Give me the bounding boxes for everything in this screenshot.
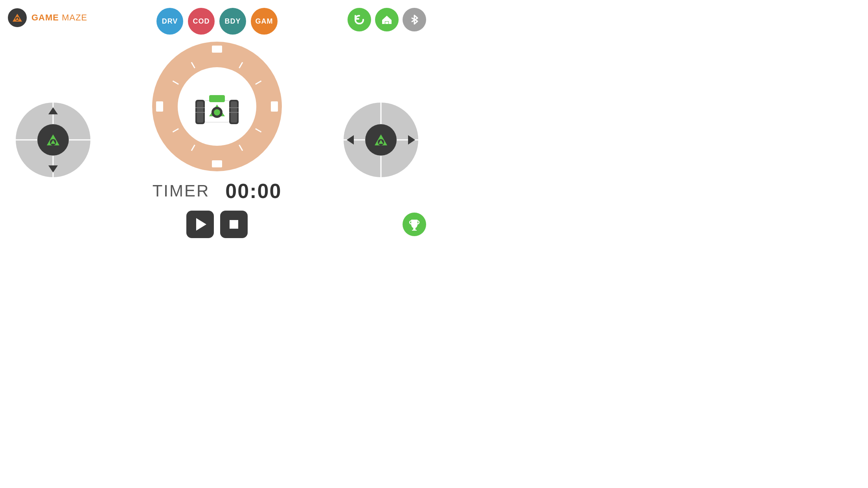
center-section: TIMER 00:00 (152, 42, 282, 238)
logo-icon (8, 8, 27, 27)
svg-rect-4 (212, 160, 222, 167)
header: GAME MAZE DRV COD BDY GAM (0, 0, 434, 35)
svg-line-11 (191, 145, 195, 150)
dpad-center-left[interactable] (37, 124, 69, 156)
nav-tabs: DRV COD BDY GAM (156, 8, 278, 35)
svg-line-7 (239, 62, 243, 68)
dpad-up[interactable] (48, 107, 58, 114)
play-button[interactable] (186, 211, 214, 238)
arrow-left-icon (347, 135, 354, 145)
top-right-buttons (348, 8, 426, 31)
control-buttons (186, 211, 248, 238)
horizontal-dpad (344, 103, 418, 177)
home-button[interactable] (375, 8, 399, 31)
svg-rect-29 (412, 230, 417, 231)
svg-line-12 (173, 128, 178, 132)
dpad-left-btn[interactable] (347, 135, 354, 145)
svg-rect-3 (212, 46, 222, 53)
tab-bdy[interactable]: BDY (219, 8, 246, 35)
svg-line-13 (173, 81, 178, 84)
trophy-button[interactable] (403, 213, 426, 236)
svg-line-9 (256, 128, 261, 132)
svg-line-10 (239, 145, 243, 150)
timer-section: TIMER 00:00 (153, 179, 282, 203)
tab-gam[interactable]: GAM (251, 8, 278, 35)
svg-rect-6 (271, 101, 278, 112)
svg-rect-20 (209, 95, 225, 102)
logo-text: GAME MAZE (31, 13, 87, 23)
svg-point-22 (214, 109, 220, 116)
timer-label: TIMER (153, 182, 210, 200)
stop-button[interactable] (220, 211, 248, 238)
bluetooth-button[interactable] (403, 8, 426, 31)
wheel-outer (152, 42, 282, 171)
stop-icon (230, 220, 238, 229)
dpad-left (16, 103, 90, 177)
tab-cod[interactable]: COD (188, 8, 215, 35)
dpad-down[interactable] (48, 165, 58, 172)
svg-line-14 (191, 62, 195, 68)
wheel-inner (178, 67, 256, 146)
dpad-right-btn[interactable] (408, 135, 415, 145)
arrow-down-icon (48, 165, 58, 172)
arrow-up-icon (48, 107, 58, 114)
svg-rect-1 (385, 22, 388, 24)
play-icon (196, 218, 206, 231)
vertical-dpad (16, 103, 90, 177)
trophy-icon (408, 218, 421, 231)
undo-button[interactable] (348, 8, 371, 31)
svg-rect-5 (156, 101, 163, 112)
tab-drv[interactable]: DRV (156, 8, 183, 35)
dpad-right (344, 103, 418, 177)
arrow-right-icon (408, 135, 415, 145)
dpad-center-right[interactable] (365, 124, 397, 156)
svg-line-8 (256, 81, 261, 84)
wheel-container[interactable] (152, 42, 282, 171)
logo-area: GAME MAZE (8, 8, 87, 27)
timer-value: 00:00 (225, 179, 281, 203)
main-content: TIMER 00:00 (0, 35, 434, 244)
robot-icon (191, 81, 243, 132)
